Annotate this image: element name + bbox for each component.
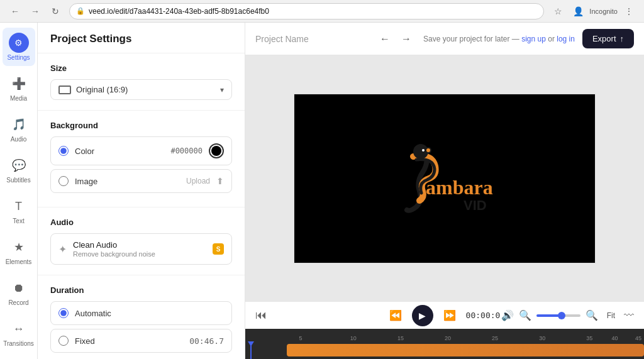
color-swatch	[211, 146, 221, 156]
clean-audio-text: Clean Audio Remove background noise	[73, 240, 206, 258]
audio-icon: 🎵	[9, 114, 29, 135]
sidebar-item-text[interactable]: T Text	[3, 191, 35, 229]
audio-label: Audio	[11, 136, 27, 143]
size-dropdown[interactable]: Original (16:9) ▾	[50, 79, 232, 100]
canvas-area: ambara VID	[245, 55, 644, 301]
fast-forward-button[interactable]: ⏩	[443, 309, 456, 321]
color-radio-input[interactable]	[58, 146, 69, 156]
zoom-slider[interactable]	[536, 314, 580, 317]
main-content: Project Name ← → Save your project for l…	[245, 23, 644, 359]
sidebar-item-record[interactable]: ⏺ Record	[3, 273, 35, 311]
elements-icon: ★	[9, 237, 29, 257]
export-button[interactable]: Export ↑	[582, 29, 634, 48]
icon-sidebar: ⚙ Settings ➕ Media 🎵 Audio 💬 Subtitles T…	[0, 23, 38, 359]
svg-text:ambara: ambara	[426, 176, 493, 199]
project-logo: ambara VID	[369, 141, 520, 216]
play-button[interactable]: ▶	[412, 305, 433, 326]
automatic-label: Automatic	[75, 309, 224, 318]
size-section: Size Original (16:9) ▾	[38, 53, 245, 111]
sidebar-item-subtitles[interactable]: 💬 Subtitles	[3, 150, 35, 189]
timeline-strip[interactable]	[287, 344, 644, 356]
sidebar-item-audio[interactable]: 🎵 Audio	[3, 109, 35, 148]
clean-audio-subtitle: Remove background noise	[73, 250, 206, 258]
settings-panel-title: Project Settings	[50, 33, 131, 45]
address-bar[interactable]: 🔒 veed.io/edit/d7aa4431-240a-43eb-adf5-8…	[69, 3, 544, 19]
size-section-title: Size	[50, 64, 232, 73]
forward-button[interactable]: →	[26, 3, 44, 20]
upload-icon[interactable]: ⬆	[216, 176, 224, 186]
profile-button[interactable]: 👤	[569, 3, 587, 20]
sidebar-item-filters[interactable]: ✨ Filters	[3, 355, 35, 359]
fixed-duration-value: 00:46.7	[189, 336, 224, 346]
sign-up-link[interactable]: sign up	[521, 35, 546, 43]
settings-icon: ⚙	[9, 33, 29, 53]
automatic-duration-option[interactable]: Automatic	[50, 301, 232, 325]
record-label: Record	[8, 299, 28, 306]
zoom-out-button[interactable]: 🔍	[519, 309, 531, 321]
settings-label: Settings	[7, 54, 30, 61]
ruler-mark-30: 30	[539, 335, 545, 341]
menu-button[interactable]: ⋮	[620, 3, 638, 20]
size-value: Original (16:9)	[76, 85, 128, 94]
history-buttons: ← →	[375, 30, 416, 48]
color-value: #000000	[170, 146, 203, 155]
clean-audio-title: Clean Audio	[73, 240, 206, 250]
image-radio-label: Image	[75, 177, 180, 186]
sidebar-item-settings[interactable]: ⚙ Settings	[3, 28, 35, 66]
bookmark-button[interactable]: ☆	[549, 3, 567, 20]
video-canvas[interactable]: ambara VID	[294, 94, 596, 263]
transitions-icon: ↔	[9, 319, 29, 339]
ruler-mark-35: 35	[586, 335, 592, 341]
automatic-radio-input[interactable]	[58, 308, 69, 318]
rewind-button[interactable]: ⏪	[389, 309, 402, 321]
duration-section-title: Duration	[50, 285, 232, 295]
svg-text:VID: VID	[464, 197, 487, 213]
fit-button[interactable]: Fit	[603, 310, 619, 321]
audio-section: Audio ✦ Clean Audio Remove background no…	[38, 207, 245, 275]
undo-button[interactable]: ←	[375, 30, 394, 48]
volume-icon[interactable]: 🔊	[501, 309, 514, 321]
back-button[interactable]: ←	[6, 3, 24, 20]
svg-point-2	[426, 148, 430, 152]
reload-button[interactable]: ↻	[47, 3, 64, 20]
size-label-area: Original (16:9)	[58, 85, 128, 94]
redo-button[interactable]: →	[397, 30, 416, 48]
timeline-area[interactable]	[245, 341, 644, 359]
url-text: veed.io/edit/d7aa4431-240a-43eb-adf5-8b9…	[89, 7, 269, 16]
subtitles-label: Subtitles	[6, 177, 30, 184]
sidebar-item-elements[interactable]: ★ Elements	[3, 232, 35, 270]
fixed-label: Fixed	[75, 336, 183, 346]
skip-back-button[interactable]: ⏮	[255, 309, 267, 322]
zoom-in-button[interactable]: 🔍	[586, 309, 598, 321]
image-radio-option[interactable]: Image Upload ⬆	[50, 169, 232, 193]
ruler-mark-5: 5	[299, 335, 302, 341]
playback-controls: ⏮ ⏪ ▶ ⏩ 00:00:0 🔊 🔍 🔍 Fit 〰	[245, 301, 644, 329]
text-icon: T	[9, 196, 29, 216]
settings-panel: Project Settings Size Original (16:9) ▾ …	[38, 23, 245, 359]
fixed-radio-input[interactable]	[58, 336, 69, 346]
clean-audio-badge: S	[213, 243, 224, 255]
export-arrow-icon: ↑	[620, 34, 625, 43]
playhead-line	[250, 341, 252, 359]
ruler-mark-45: 45	[635, 335, 641, 341]
record-icon: ⏺	[9, 278, 29, 298]
fixed-duration-option[interactable]: Fixed 00:46.7	[50, 329, 232, 353]
ruler-mark-10: 10	[350, 335, 357, 341]
waveform-button[interactable]: 〰	[624, 310, 634, 321]
log-in-link[interactable]: log in	[557, 35, 575, 43]
sidebar-item-transitions[interactable]: ↔ Transitions	[3, 314, 35, 352]
media-icon: ➕	[9, 74, 29, 94]
sidebar-item-media[interactable]: ➕ Media	[3, 69, 35, 107]
duration-section: Duration Automatic Fixed 00:46.7	[38, 275, 245, 359]
clean-audio-card[interactable]: ✦ Clean Audio Remove background noise S	[50, 233, 232, 265]
app-container: ⚙ Settings ➕ Media 🎵 Audio 💬 Subtitles T…	[0, 23, 644, 359]
ruler-mark-20: 20	[445, 335, 451, 341]
project-name-field[interactable]: Project Name	[255, 34, 368, 44]
controls-left: ⏮	[255, 309, 267, 322]
playback-time: 00:00:0	[466, 311, 501, 320]
volume-area: 🔊	[501, 309, 514, 321]
background-section-title: Background	[50, 121, 232, 130]
color-radio-option[interactable]: Color #000000	[50, 136, 232, 165]
color-picker-button[interactable]	[209, 143, 224, 158]
image-radio-input[interactable]	[58, 176, 69, 186]
